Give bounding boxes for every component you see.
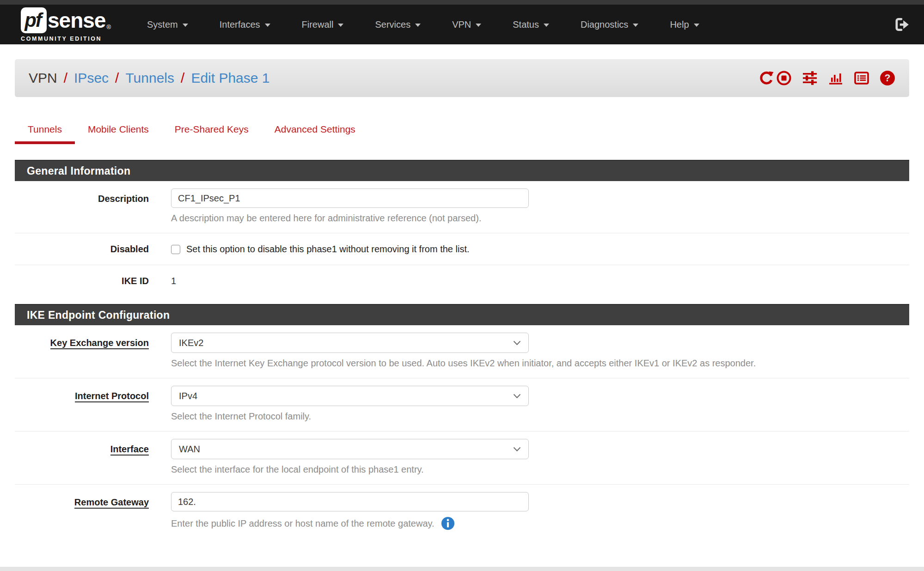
key-exchange-select[interactable]: IKEv2: [171, 333, 529, 353]
key-exchange-label: Key Exchange version: [15, 325, 171, 378]
chevron-down-icon: [513, 340, 521, 346]
description-help-text: A description may be entered here for ad…: [171, 213, 909, 224]
info-icon[interactable]: [441, 516, 455, 530]
interface-select[interactable]: WAN: [171, 439, 529, 459]
remote-gateway-label: Remote Gateway: [15, 485, 171, 540]
remote-gateway-row: Remote Gateway Enter the public IP addre…: [15, 484, 909, 540]
chevron-down-icon: [513, 447, 521, 452]
header-action-icons: ?: [759, 70, 895, 86]
registered-mark: ®: [106, 24, 111, 30]
sliders-icon[interactable]: [802, 70, 818, 86]
help-question-icon[interactable]: ?: [880, 70, 895, 86]
ike-id-value: 1: [171, 276, 176, 286]
logo-subtitle: COMMUNITY EDITION: [21, 36, 111, 42]
description-label: Description: [15, 181, 171, 233]
chevron-down-icon: [183, 24, 188, 27]
chevron-down-icon: [544, 24, 549, 27]
breadcrumb-link-tunnels[interactable]: Tunnels: [125, 70, 174, 86]
chevron-down-icon: [633, 24, 638, 27]
panel-title: General Information: [15, 160, 909, 181]
refresh-icon[interactable]: [759, 70, 774, 86]
chevron-down-icon: [694, 24, 699, 27]
breadcrumb-separator: /: [115, 70, 119, 86]
log-list-icon[interactable]: [854, 70, 869, 86]
bar-chart-icon[interactable]: [828, 70, 844, 86]
logo-sense-text: sense: [48, 8, 105, 33]
breadcrumb: VPN / IPsec / Tunnels / Edit Phase 1: [29, 70, 270, 86]
internet-protocol-help-text: Select the Internet Protocol family.: [171, 411, 909, 422]
chevron-down-icon: [415, 24, 421, 27]
disabled-checkbox[interactable]: [171, 245, 180, 254]
menu-item-interfaces[interactable]: Interfaces: [220, 19, 270, 30]
internet-protocol-label: Internet Protocol: [15, 378, 171, 431]
sign-out-icon: [893, 17, 910, 32]
key-exchange-row: Key Exchange version IKEv2 Select the In…: [15, 325, 909, 378]
general-information-panel: General Information Description A descri…: [15, 160, 909, 297]
tab-tunnels[interactable]: Tunnels: [15, 118, 75, 144]
page-header-bar: VPN / IPsec / Tunnels / Edit Phase 1: [15, 59, 909, 97]
chevron-down-icon: [338, 24, 343, 27]
stop-circle-icon[interactable]: [776, 70, 792, 86]
ike-id-row: IKE ID 1: [15, 265, 909, 297]
logout-button[interactable]: [893, 17, 910, 32]
navbar: pf sense ® COMMUNITY EDITION System Inte…: [0, 5, 924, 44]
main-menu: System Interfaces Firewall Services VPN …: [147, 19, 893, 30]
interface-help-text: Select the interface for the local endpo…: [171, 464, 909, 475]
breadcrumb-separator: /: [64, 70, 67, 86]
chevron-down-icon: [513, 394, 521, 399]
tab-mobile-clients[interactable]: Mobile Clients: [75, 118, 162, 144]
breadcrumb-link-edit-phase1[interactable]: Edit Phase 1: [191, 70, 269, 86]
panel-title: IKE Endpoint Configuration: [15, 304, 909, 325]
description-input[interactable]: [171, 188, 529, 208]
window-top-strip: [0, 0, 924, 5]
menu-item-help[interactable]: Help: [670, 19, 699, 30]
next-row-edge: [0, 567, 924, 571]
internet-protocol-row: Internet Protocol IPv4 Select the Intern…: [15, 378, 909, 431]
menu-item-vpn[interactable]: VPN: [452, 19, 481, 30]
menu-item-services[interactable]: Services: [375, 19, 421, 30]
menu-item-status[interactable]: Status: [513, 19, 549, 30]
tab-bar: Tunnels Mobile Clients Pre-Shared Keys A…: [0, 118, 924, 144]
disabled-label: Disabled: [15, 233, 171, 265]
internet-protocol-select[interactable]: IPv4: [171, 386, 529, 406]
disabled-row: Disabled Set this option to disable this…: [15, 233, 909, 265]
menu-item-system[interactable]: System: [147, 19, 188, 30]
remote-gateway-input[interactable]: [171, 492, 529, 511]
svg-text:?: ?: [885, 73, 891, 84]
remote-gateway-help-text: Enter the public IP address or host name…: [171, 516, 909, 530]
description-row: Description A description may be entered…: [15, 181, 909, 233]
disabled-checkbox-label: Set this option to disable this phase1 w…: [186, 244, 470, 255]
menu-item-diagnostics[interactable]: Diagnostics: [581, 19, 638, 30]
interface-label: Interface: [15, 431, 171, 484]
pfsense-logo[interactable]: pf sense ® COMMUNITY EDITION: [21, 7, 111, 42]
interface-row: Interface WAN Select the interface for t…: [15, 431, 909, 484]
chevron-down-icon: [265, 24, 270, 27]
ike-endpoint-panel: IKE Endpoint Configuration Key Exchange …: [15, 304, 909, 540]
pf-logo-mark: pf: [21, 7, 47, 33]
tab-pre-shared-keys[interactable]: Pre-Shared Keys: [162, 118, 262, 144]
pfsense-page: pf sense ® COMMUNITY EDITION System Inte…: [0, 0, 924, 571]
chevron-down-icon: [476, 24, 481, 27]
breadcrumb-separator: /: [181, 70, 184, 86]
ike-id-label: IKE ID: [15, 265, 171, 297]
key-exchange-help-text: Select the Internet Key Exchange protoco…: [171, 358, 909, 369]
breadcrumb-root: VPN: [29, 70, 57, 86]
breadcrumb-link-ipsec[interactable]: IPsec: [74, 70, 109, 86]
tab-advanced-settings[interactable]: Advanced Settings: [262, 118, 368, 144]
menu-item-firewall[interactable]: Firewall: [302, 19, 344, 30]
